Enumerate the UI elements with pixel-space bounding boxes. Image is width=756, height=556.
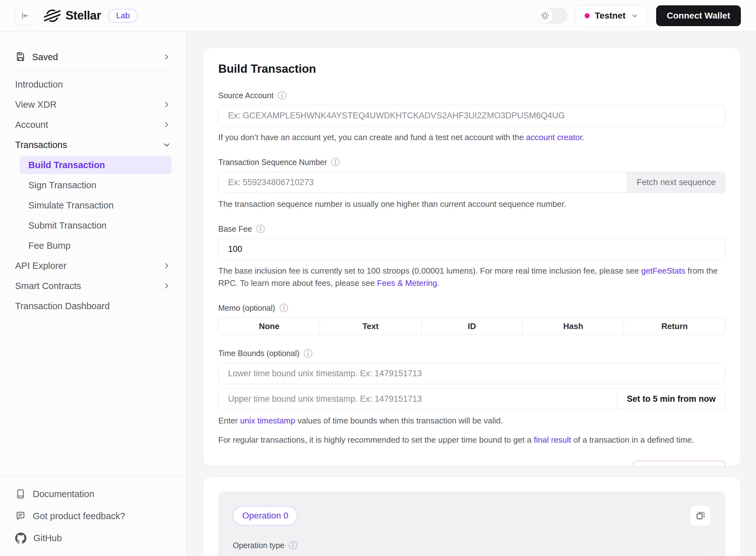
theme-toggle-knob	[537, 8, 553, 24]
sidebar-item-smart-contracts[interactable]: Smart Contracts	[0, 276, 186, 296]
sidebar-item-introduction[interactable]: Introduction	[0, 74, 186, 95]
info-icon[interactable]	[288, 541, 298, 550]
chevron-right-icon	[162, 261, 171, 270]
connect-wallet-button[interactable]: Connect Wallet	[656, 5, 741, 26]
info-icon[interactable]	[303, 349, 313, 358]
helper-text: For regular transactions, it is highly r…	[218, 435, 534, 445]
sidebar-item-label: Saved	[32, 52, 58, 62]
sidebar-item-sign-transaction[interactable]: Sign Transaction	[0, 175, 186, 195]
sidebar-item-saved[interactable]: Saved	[0, 47, 186, 67]
operations-card: Operation 0 Operation type Sel	[203, 477, 741, 556]
sidebar-item-label: Fee Bump	[28, 241, 71, 251]
sidebar-item-label: Account	[15, 119, 48, 130]
clear-params-label: Clear Params	[643, 466, 701, 466]
sidebar-item-label: GitHub	[33, 533, 62, 544]
account-creator-link[interactable]: account creator	[526, 133, 582, 142]
unix-timestamp-link[interactable]: unix timestamp	[240, 416, 295, 425]
chevron-down-icon	[631, 12, 639, 20]
chevron-right-icon	[162, 281, 171, 290]
operation-badge: Operation 0	[233, 506, 298, 525]
collapse-sidebar-icon	[20, 11, 30, 21]
sidebar-item-label: Documentation	[33, 489, 94, 499]
sidebar-item-label: Simulate Transaction	[28, 200, 114, 211]
header-actions: Testnet Connect Wallet	[537, 5, 741, 26]
build-transaction-card: Build Transaction Source Account If you …	[203, 47, 741, 466]
memo-tab-return[interactable]: Return	[624, 318, 725, 334]
book-icon	[15, 489, 26, 499]
helper-text: .	[437, 278, 439, 288]
memo-tab-group: None Text ID Hash Return	[218, 318, 725, 335]
sequence-helper: The transaction sequence number is usual…	[218, 198, 725, 210]
sidebar-item-label: Introduction	[15, 79, 63, 90]
collapse-sidebar-button[interactable]	[15, 6, 35, 26]
source-account-input[interactable]	[218, 105, 725, 126]
feedback-icon	[15, 511, 26, 521]
info-icon[interactable]	[279, 303, 289, 313]
base-fee-helper: The base inclusion fee is currently set …	[218, 265, 725, 289]
lab-badge: Lab	[108, 9, 138, 23]
set-5-min-button[interactable]: Set to 5 min from now	[617, 389, 725, 409]
sidebar-item-fee-bump[interactable]: Fee Bump	[0, 236, 186, 256]
memo-tab-none[interactable]: None	[219, 318, 320, 334]
copy-icon	[695, 510, 706, 521]
stellar-logo-icon	[44, 7, 61, 24]
upper-time-bound-input[interactable]	[219, 389, 617, 409]
operation-panel: Operation 0 Operation type Sel	[218, 491, 725, 556]
helper-text: Enter	[218, 416, 240, 425]
sidebar-item-feedback[interactable]: Got product feedback?	[0, 505, 186, 527]
theme-toggle[interactable]	[537, 8, 567, 24]
info-icon[interactable]	[277, 91, 287, 100]
base-fee-input[interactable]	[218, 239, 725, 260]
sidebar-item-label: Submit Transaction	[28, 220, 106, 231]
helper-text: If you don’t have an account yet, you ca…	[218, 133, 526, 142]
final-result-link[interactable]: final result	[534, 435, 571, 445]
info-icon[interactable]	[331, 158, 340, 167]
operation-type-label: Operation type	[233, 541, 285, 550]
sidebar-item-transactions[interactable]: Transactions	[0, 135, 186, 155]
sidebar-item-transaction-dashboard[interactable]: Transaction Dashboard	[0, 296, 186, 316]
memo-tab-text[interactable]: Text	[320, 318, 421, 334]
helper-text: of a transaction in a defined time.	[571, 435, 694, 445]
sidebar-item-label: Transaction Dashboard	[15, 301, 110, 311]
memo-label: Memo (optional)	[218, 304, 275, 313]
github-icon	[15, 532, 27, 544]
sidebar-item-view-xdr[interactable]: View XDR	[0, 95, 186, 115]
save-icon	[15, 51, 26, 62]
time-bounds-helper-1: Enter unix timestamp values of time boun…	[218, 415, 725, 427]
lower-time-bound-input[interactable]	[218, 363, 725, 384]
time-bounds-label: Time Bounds (optional)	[218, 349, 300, 358]
helper-text: values of time bounds when this transact…	[295, 416, 503, 425]
sidebar-divider	[15, 70, 171, 71]
sequence-number-input[interactable]	[219, 172, 627, 193]
sequence-number-label: Transaction Sequence Number	[218, 158, 327, 167]
sidebar-item-simulate-transaction[interactable]: Simulate Transaction	[0, 195, 186, 215]
sidebar-item-account[interactable]: Account	[0, 115, 186, 135]
sidebar-item-label: Build Transaction	[28, 160, 105, 170]
brand-name: Stellar	[66, 9, 101, 22]
base-fee-label: Base Fee	[218, 224, 252, 234]
sidebar-item-label: Transactions	[15, 140, 67, 150]
fetch-next-sequence-button[interactable]: Fetch next sequence	[627, 172, 725, 193]
memo-tab-id[interactable]: ID	[421, 318, 523, 334]
brand[interactable]: Stellar	[44, 7, 101, 24]
page-title: Build Transaction	[218, 62, 725, 76]
sidebar-item-label: Got product feedback?	[33, 511, 125, 521]
sidebar-item-label: Sign Transaction	[28, 180, 96, 190]
clear-params-button[interactable]: Clear Params	[633, 461, 725, 466]
info-icon[interactable]	[256, 224, 265, 234]
sidebar-item-github[interactable]: GitHub	[0, 527, 186, 549]
sidebar-nav: Saved Introduction View XDR Account Tran…	[0, 32, 186, 476]
chevron-down-icon	[162, 140, 171, 149]
sidebar: Saved Introduction View XDR Account Tran…	[0, 32, 187, 556]
memo-tab-hash[interactable]: Hash	[522, 318, 624, 334]
sidebar-footer: Documentation Got product feedback? GitH…	[0, 476, 186, 556]
sidebar-item-label: API Explorer	[15, 261, 66, 271]
sidebar-item-build-transaction[interactable]: Build Transaction	[20, 156, 172, 174]
fees-metering-link[interactable]: Fees & Metering	[377, 278, 437, 288]
duplicate-operation-button[interactable]	[690, 505, 711, 526]
sidebar-item-submit-transaction[interactable]: Submit Transaction	[0, 215, 186, 236]
network-selector[interactable]: Testnet	[576, 5, 648, 26]
sidebar-item-documentation[interactable]: Documentation	[0, 483, 186, 505]
sidebar-item-api-explorer[interactable]: API Explorer	[0, 256, 186, 276]
getfeestats-link[interactable]: getFeeStats	[642, 266, 685, 276]
